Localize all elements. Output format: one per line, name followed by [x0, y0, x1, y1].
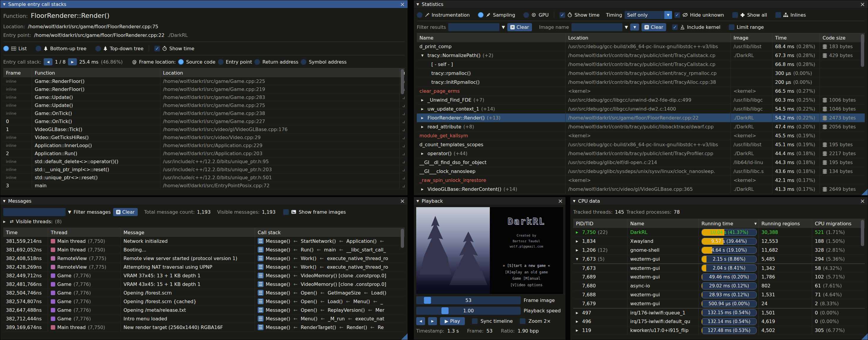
table-row[interactable]: 389,169,674nsMain thread(7,750)New rende… — [3, 323, 405, 332]
table-row[interactable]: 381,559,214nsMain thread(7,750)Network i… — [3, 237, 405, 246]
source-code-radio[interactable] — [178, 59, 184, 65]
close-icon[interactable]: × — [860, 1, 865, 7]
list-label[interactable]: List — [19, 46, 27, 51]
collapse-icon[interactable]: ▼ — [3, 199, 5, 203]
show-frame-images-checkbox[interactable] — [283, 209, 289, 215]
table-row[interactable]: ▶_Unwind_Find_FDE(+7)/usr/src/debug/gcc/… — [417, 96, 865, 105]
inlines-checkbox[interactable] — [775, 12, 781, 18]
table-row[interactable]: 382,647,488nsGame(7,776)Opening /meta/re… — [3, 306, 405, 314]
filter-icon[interactable]: ▼ — [68, 209, 71, 214]
table-row[interactable]: 7,679wezterm-gui500.94 µs (0.00%)242(8.3… — [573, 299, 865, 308]
hide-unknown-checkbox[interactable] — [675, 12, 680, 18]
clear-filter-button[interactable]: ✕Clear — [507, 23, 532, 31]
list-radio[interactable] — [3, 46, 9, 51]
timing-dropdown[interactable]: Self only ▼ — [625, 11, 672, 19]
table-row[interactable]: inlineGame::Update()/home/wolf/darkrl/sr… — [3, 101, 405, 109]
prev-frame-button[interactable]: ◀ — [416, 317, 425, 325]
table-row[interactable]: inlinestd::__uniq_ptr_impl<>::reset()/us… — [3, 166, 405, 174]
table-row[interactable]: __GI__dl_find_dso_for_object/usr/src/deb… — [417, 158, 865, 167]
table-row[interactable]: inlinestd::default_delete<>::operator()(… — [3, 158, 405, 166]
show-all-checkbox[interactable] — [732, 12, 738, 18]
table-header[interactable]: PID/TID Name Running time▼ Running regio… — [573, 219, 865, 228]
table-row[interactable]: 381,692,052nsMain thread(7,750)Booting..… — [3, 246, 405, 254]
show-time-label[interactable]: Show time — [169, 46, 194, 51]
table-row[interactable]: __GI___clock_nanosleep/usr/src/debug/gli… — [417, 167, 865, 176]
table-row[interactable]: inlinestd::unique_ptr<>::reset()/usr/inc… — [3, 174, 405, 181]
next-frame-button[interactable]: ▶ — [428, 317, 437, 325]
table-row[interactable]: ▼tracy::NormalizePath()(+2)/home/wolf/da… — [417, 51, 865, 60]
table-row[interactable]: inlineGame::RenderFloor()/home/wolf/dark… — [3, 77, 405, 85]
table-header[interactable]: Time Thread Message Call stack — [3, 228, 405, 237]
table-row[interactable]: 382,428,269nsRemoteView(7,775)Attempting… — [3, 263, 405, 271]
sampling-label[interactable]: Sampling — [493, 12, 515, 18]
panel-titlebar[interactable]: ▼ Statistics × — [414, 0, 868, 8]
table-row[interactable]: ▶119kworker/u17:0+i915_flip127.48 ms (0.… — [573, 326, 865, 335]
entry-point-value[interactable]: /home/wolf/darkrl/src/game/floor/FloorRe… — [34, 32, 164, 38]
visible-threads-label[interactable]: Visible threads: — [16, 219, 53, 224]
table-row[interactable]: ▶1,206(12)gnome-shell4.64 s (19.10%)11,6… — [573, 246, 865, 255]
limit-range-label[interactable]: Limit range — [737, 24, 764, 30]
table-row[interactable]: inlineGame::Update()/home/wolf/darkrl/sr… — [3, 93, 405, 101]
table-row[interactable]: inlineApplication::InnerLoop()/home/wolf… — [3, 141, 405, 149]
table-row[interactable]: ▶read_attribute(+8)/home/wolf/darkrl/con… — [417, 122, 865, 131]
return-address-radio[interactable] — [254, 59, 260, 65]
panel-titlebar[interactable]: ▼ Playback × — [414, 197, 565, 205]
panel-titlebar[interactable]: ▼ Messages × — [0, 197, 408, 205]
prev-call-stack-button[interactable]: ◀ — [44, 58, 53, 65]
image-name-input[interactable] — [571, 23, 622, 31]
table-row[interactable]: d_count_templates_scopes/usr/src/debug/g… — [417, 140, 865, 149]
table-row[interactable]: 0Game::OnTick()/home/wolf/darkrl/src/gam… — [3, 117, 405, 125]
scrollbar-thumb[interactable] — [401, 229, 404, 248]
show-frame-images-label[interactable]: Show frame images — [299, 209, 346, 215]
entry-point-option-label[interactable]: Entry point — [226, 59, 252, 65]
callstack-icon[interactable] — [258, 290, 264, 296]
show-all-label[interactable]: Show all — [747, 12, 767, 18]
table-row[interactable]: 3main/home/wolf/darkrl/src/EntryPointPos… — [3, 181, 405, 190]
resize-grip[interactable] — [861, 333, 868, 340]
table-row[interactable]: 1VideoGLBase::Tick()/home/wolf/darkrl/sr… — [3, 125, 405, 134]
close-icon[interactable]: × — [400, 198, 405, 204]
table-row[interactable]: ▶uw_update_context_1(+14)/usr/src/debug/… — [417, 105, 865, 114]
clear-messages-filter-button[interactable]: ✕Clear — [113, 208, 138, 216]
sync-timeline-checkbox[interactable] — [472, 318, 478, 324]
table-row[interactable]: d_print_comp/usr/src/debug/gcc-build/x86… — [417, 42, 865, 51]
expand-icon[interactable]: ▶ — [3, 220, 7, 223]
close-icon[interactable]: × — [558, 198, 563, 204]
resize-grip[interactable] — [861, 188, 868, 195]
filter-mode-button[interactable]: ▼ — [630, 24, 639, 31]
symbol-address-label[interactable]: Symbol address — [309, 59, 347, 65]
table-row[interactable]: 7,689wezterm-gui49.46 ms (0.20%)1,786102… — [573, 273, 865, 281]
table-row[interactable]: 7,673wezterm-gui2.04 s (8.41%)1,34258(4.… — [573, 264, 865, 273]
callstack-icon[interactable] — [258, 324, 264, 330]
table-row[interactable]: module_get_kallsym<kernel><kernel>45.5 m… — [417, 131, 865, 140]
close-icon[interactable]: × — [860, 198, 865, 204]
top-down-tree-label[interactable]: Top-down tree — [110, 46, 144, 51]
table-row[interactable]: inlineGame::RenderFloor()/home/wolf/dark… — [3, 85, 405, 93]
zoom-2x-label[interactable]: Zoom 2× — [528, 318, 551, 324]
filter-icon[interactable]: ▼ — [502, 25, 505, 29]
gpu-label[interactable]: GPU — [538, 12, 549, 18]
callstack-icon[interactable] — [258, 255, 264, 261]
table-row[interactable]: ▶1,834Xwayland9.57 s (39.44%)12,553188(1… — [573, 237, 865, 246]
scrollbar-thumb[interactable] — [861, 220, 864, 246]
table-row[interactable]: clear_page_erms<kernel><kernel>66.5 ms(0… — [417, 87, 865, 96]
table-row[interactable]: inlineVideo::GetTicksHiRes()/home/wolf/d… — [3, 134, 405, 141]
table-row[interactable]: ▶VideoGLBase::RenderContent()(+14)/home/… — [417, 185, 865, 194]
table-row[interactable]: tracy::rpmalloc()/home/wolf/darkrl/contr… — [417, 69, 865, 78]
table-row[interactable]: ▶497irq/176-iwlwifi:queue_1132.15 ms (0.… — [573, 308, 865, 317]
sync-timeline-label[interactable]: Sync timeline — [480, 318, 513, 324]
callstack-icon[interactable] — [258, 307, 264, 313]
source-code-label[interactable]: Source code — [186, 59, 216, 65]
table-row[interactable]: inlineGame::OnTick()/home/wolf/darkrl/sr… — [3, 109, 405, 117]
filter-icon[interactable]: ▼ — [625, 25, 628, 29]
symbol-address-radio[interactable] — [301, 59, 306, 65]
include-kernel-label[interactable]: Include kernel — [687, 24, 720, 30]
scrollbar-thumb[interactable] — [401, 69, 404, 94]
table-header[interactable]: Name Location Image Time Code size — [417, 33, 865, 42]
callstack-icon[interactable] — [258, 238, 264, 244]
instrumentation-radio[interactable] — [417, 12, 423, 18]
show-time-checkbox[interactable] — [154, 46, 160, 51]
table-row[interactable]: 382,504,746nsGame(7,776)Opening /forest.… — [3, 289, 405, 297]
table-row[interactable]: 7,680async-io29.02 ms (0.12%)80261(7.61%… — [573, 281, 865, 290]
resize-grip[interactable] — [400, 333, 408, 340]
